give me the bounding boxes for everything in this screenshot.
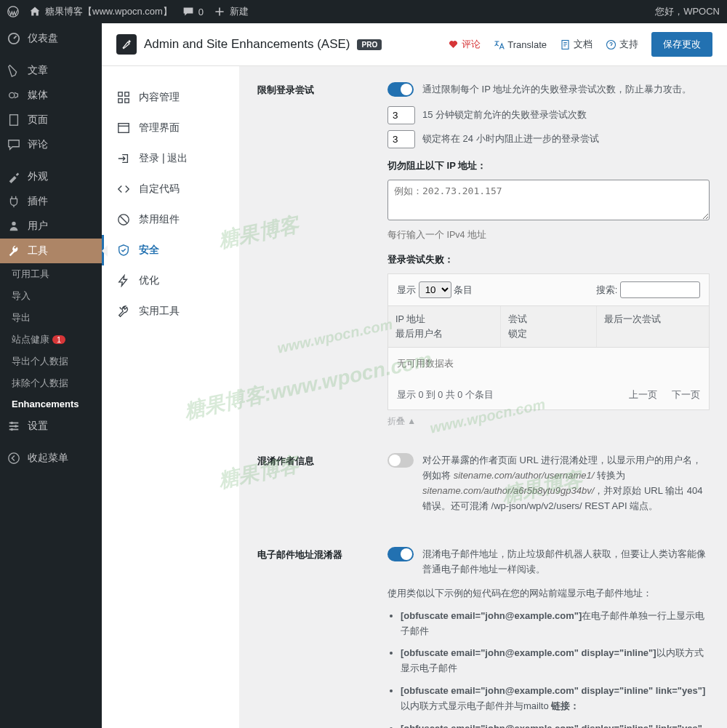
attempts-text: 15 分钟锁定前允许的失败登录尝试次数 [422,108,587,123]
menu-tools[interactable]: 工具 [0,239,102,263]
save-button[interactable]: 保存更改 [651,32,712,57]
menu-media[interactable]: 媒体 [0,83,102,108]
menu-posts[interactable]: 文章 [0,58,102,83]
dt-info: 显示 0 到 0 共 0 个条目 [397,388,494,402]
submenu-import[interactable]: 导入 [0,285,102,307]
svg-point-4 [12,222,15,225]
tab-optimize[interactable]: 优化 [102,265,239,296]
menu-pages[interactable]: 页面 [0,108,102,132]
menu-dashboard[interactable]: 仪表盘 [0,26,102,51]
menu-comments[interactable]: 评论 [0,132,102,157]
field-desc: 对公开暴露的作者页面 URL 进行混淆处理，以显示用户的用户名，例如将 site… [422,453,710,513]
dt-length-select[interactable]: 10 [419,281,451,298]
input-lockout[interactable] [387,130,415,148]
svg-rect-15 [125,92,129,96]
field-label: 限制登录尝试 [257,82,370,428]
ip-whitelist-label: 切勿阻止以下 IP 地址： [387,159,710,174]
tab-security[interactable]: 安全 [102,235,239,265]
submenu-site-health[interactable]: 站点健康1 [0,329,102,351]
svg-point-8 [11,422,14,425]
field-label: 电子邮件地址混淆器 [257,547,370,728]
admin-bar: 糖果博客【www.wpocn.com】 0 新建 您好，WPOCN [0,0,727,23]
menu-users[interactable]: 用户 [0,214,102,239]
toggle-limit-login[interactable] [387,82,414,97]
toggle-email-obfuscator[interactable] [387,547,414,561]
tabs-sidebar: 内容管理 管理界面 登录 | 退出 自定代码 禁用组件 安全 优化 实用工具 [102,66,240,728]
dt-prev[interactable]: 上一页 [629,390,657,400]
header-support[interactable]: 支持 [606,38,638,51]
dt-search-input[interactable] [620,281,700,298]
page-title: Admin and Site Enhancements (ASE) [144,37,350,52]
shortcode-list: [obfuscate email="john@example.com"]在电子邮… [401,609,710,728]
field-desc: 混淆电子邮件地址，防止垃圾邮件机器人获取，但要让人类访客能像普通电子邮件地址一样… [422,547,710,577]
input-attempts[interactable] [387,106,415,124]
ip-whitelist-textarea[interactable] [387,180,710,220]
submenu-export[interactable]: 导出 [0,307,102,329]
svg-rect-16 [119,99,122,103]
dt-next[interactable]: 下一页 [672,390,700,400]
failures-label: 登录尝试失败： [387,252,710,268]
svg-rect-14 [119,92,122,96]
collapse-hint[interactable]: 折叠 ▲ [387,415,710,428]
svg-rect-12 [562,40,569,49]
header-review[interactable]: 评论 [448,38,481,51]
header-docs[interactable]: 文档 [560,38,593,51]
tab-utilities[interactable]: 实用工具 [102,296,239,327]
field-obfuscate-author: 混淆作者信息 对公开暴露的作者页面 URL 进行混淆处理，以显示用户的用户名，例… [257,453,710,522]
email-intro: 使用类似以下示例的短代码在您的网站前端显示电子邮件地址： [387,586,710,601]
dt-header: IP 地址最后用户名 尝试锁定 最后一次尝试 [388,305,709,348]
content-area: Admin and Site Enhancements (ASE) PRO 评论… [102,23,727,728]
site-name[interactable]: 糖果博客【www.wpocn.com】 [29,5,172,18]
field-email-obfuscator: 电子邮件地址混淆器 混淆电子邮件地址，防止垃圾邮件机器人获取，但要让人类访客能像… [257,547,710,728]
tab-custom-code[interactable]: 自定代码 [102,174,239,204]
new-content[interactable]: 新建 [214,5,249,18]
admin-menu: 仪表盘 文章 媒体 页面 评论 外观 插件 用户 工具 可用工具 导入 导出 站… [0,23,102,728]
failed-logins-table: 显示 10 条目 搜索: IP 地址最后用户名 尝试锁定 最后一次尝试 无可用数 [387,273,710,410]
svg-point-10 [11,428,14,431]
submenu-available-tools[interactable]: 可用工具 [0,263,102,285]
tab-disable[interactable]: 禁用组件 [102,204,239,235]
submenu-enhancements[interactable]: Enhancements [0,394,102,414]
wp-logo-icon[interactable] [7,6,19,17]
settings-panel: 糖果博客 www.wpocn.com 糖果博客:www.wpocn.com ww… [240,66,727,728]
field-limit-login: 限制登录尝试 通过限制每个 IP 地址允许的失败登录尝试次数，防止暴力攻击。 1… [257,82,710,428]
submenu-erase-personal[interactable]: 抹除个人数据 [0,372,102,394]
lockout-text: 锁定将在 24 小时内阻止进一步的登录尝试 [422,132,599,147]
svg-point-11 [9,453,19,463]
tab-admin-ui[interactable]: 管理界面 [102,113,239,143]
tab-content-mgmt[interactable]: 内容管理 [102,82,239,113]
menu-plugins[interactable]: 插件 [0,189,102,214]
svg-point-9 [15,425,17,428]
submenu-export-personal[interactable]: 导出个人数据 [0,351,102,372]
ip-hint: 每行输入一个 IPv4 地址 [387,228,710,242]
plugin-logo-icon [116,34,137,55]
field-desc: 通过限制每个 IP 地址允许的失败登录尝试次数，防止暴力攻击。 [422,82,691,97]
field-label: 混淆作者信息 [257,453,370,522]
pro-badge: PRO [357,39,382,50]
svg-point-2 [9,92,15,97]
menu-settings[interactable]: 设置 [0,414,102,439]
svg-rect-3 [10,115,18,125]
svg-rect-18 [119,124,129,133]
header-translate[interactable]: Translate [494,39,547,50]
dt-empty: 无可用数据表 [388,348,709,380]
toggle-obfuscate-author[interactable] [387,453,414,468]
menu-appearance[interactable]: 外观 [0,164,102,189]
page-header: Admin and Site Enhancements (ASE) PRO 评论… [102,23,727,66]
svg-rect-17 [125,99,129,103]
user-greeting[interactable]: 您好，WPOCN [655,5,720,18]
tab-login-logout[interactable]: 登录 | 退出 [102,143,239,174]
menu-collapse[interactable]: 收起菜单 [0,446,102,471]
comments-icon[interactable]: 0 [182,6,204,17]
svg-point-13 [607,40,616,49]
